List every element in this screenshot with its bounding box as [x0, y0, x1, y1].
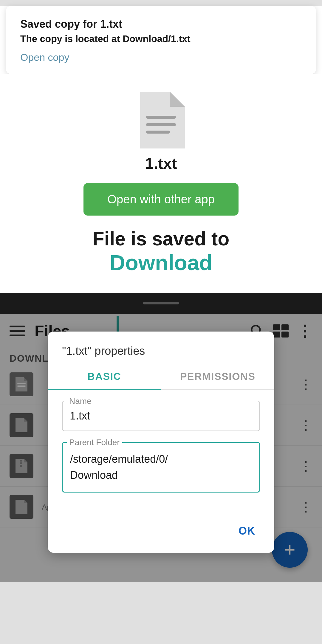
dialog-body: Name 1.txt Parent Folder /storage/emulat…	[48, 390, 274, 514]
dialog-tabs: BASIC PERMISSIONS	[48, 363, 274, 390]
snackbar-subtitle: The copy is located at Download/1.txt	[20, 33, 302, 44]
name-label: Name	[67, 397, 94, 406]
snackbar-title: Saved copy for 1.txt	[20, 18, 302, 30]
name-input-group: Name 1.txt	[62, 401, 260, 431]
open-copy-link[interactable]: Open copy	[20, 52, 302, 63]
file-saved-line2: Download	[110, 250, 212, 275]
home-indicator	[143, 302, 179, 304]
files-app-section: Files ⋮ DOWNLOAD ⋮	[0, 314, 322, 582]
svg-rect-1	[146, 123, 176, 126]
dialog-overlay: "1.txt" properties BASIC PERMISSIONS Nam…	[0, 314, 322, 582]
top-section: Saved copy for 1.txt The copy is located…	[0, 6, 322, 293]
snackbar-subtitle-prefix: The copy is located at	[20, 33, 123, 44]
tab-permissions[interactable]: PERMISSIONS	[161, 363, 274, 389]
properties-dialog: "1.txt" properties BASIC PERMISSIONS Nam…	[48, 332, 274, 553]
file-name-label: 1.txt	[145, 154, 177, 172]
dialog-actions: OK	[48, 514, 274, 553]
open-with-other-app-button[interactable]: Open with other app	[83, 183, 239, 216]
tab-basic[interactable]: BASIC	[48, 363, 161, 389]
parent-folder-input[interactable]: /storage/emulated/0/Download	[62, 442, 260, 493]
nav-bar	[0, 293, 322, 314]
dialog-ok-button[interactable]: OK	[229, 519, 265, 543]
file-saved-line1: File is saved to	[93, 227, 230, 250]
file-preview-area: 1.txt Open with other app File is saved …	[0, 74, 322, 293]
svg-rect-2	[146, 131, 170, 134]
parent-folder-input-group: Parent Folder /storage/emulated/0/Downlo…	[62, 442, 260, 493]
svg-rect-0	[146, 116, 176, 119]
snackbar-subtitle-bold: Download/1.txt	[123, 33, 191, 44]
snackbar: Saved copy for 1.txt The copy is located…	[6, 6, 316, 74]
file-icon	[137, 92, 185, 148]
parent-folder-label: Parent Folder	[67, 438, 122, 447]
dialog-title: "1.txt" properties	[48, 332, 274, 357]
